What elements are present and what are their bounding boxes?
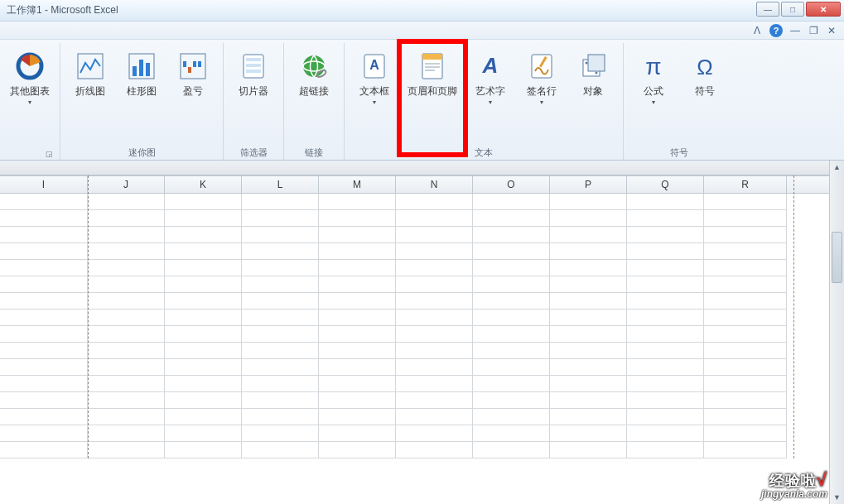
cell[interactable] (319, 326, 396, 343)
cell[interactable] (704, 425, 787, 442)
close-button[interactable]: ✕ (806, 2, 841, 17)
cell[interactable] (396, 392, 473, 409)
cell[interactable] (473, 194, 550, 210)
cell[interactable] (88, 409, 165, 425)
cell[interactable] (550, 243, 627, 260)
cell[interactable] (0, 425, 88, 442)
cell[interactable] (627, 392, 704, 409)
cell[interactable] (550, 210, 627, 227)
cell[interactable] (550, 376, 627, 392)
scroll-up-icon[interactable]: ▲ (830, 161, 844, 174)
cell[interactable] (88, 425, 165, 442)
cell[interactable] (319, 425, 396, 442)
cell[interactable] (0, 276, 88, 293)
cell[interactable] (319, 376, 396, 392)
cell[interactable] (88, 392, 165, 409)
app-restore-icon[interactable]: ❐ (808, 25, 819, 36)
cell[interactable] (242, 326, 319, 343)
cell[interactable] (242, 343, 319, 359)
cell[interactable] (704, 227, 787, 243)
equation-button[interactable]: π公式▾ (629, 46, 678, 145)
cell[interactable] (704, 310, 787, 326)
object-button[interactable]: 对象 (568, 46, 618, 145)
cell[interactable] (88, 442, 165, 458)
cell[interactable] (473, 343, 550, 359)
cell[interactable] (627, 243, 704, 260)
help-icon[interactable]: ? (769, 24, 783, 37)
cell[interactable] (242, 310, 319, 326)
cell[interactable] (88, 227, 165, 243)
cell[interactable] (473, 227, 550, 243)
sparkline-column-button[interactable]: 柱形图 (117, 46, 166, 145)
cell[interactable] (396, 310, 473, 326)
cell[interactable] (704, 276, 787, 293)
cell[interactable] (0, 359, 88, 376)
cell[interactable] (704, 343, 787, 359)
vertical-scrollbar[interactable]: ▲ ▼ (829, 161, 844, 504)
header-footer-button[interactable]: 页眉和页脚 (401, 46, 464, 145)
other-charts-button[interactable]: 其他图表▾ (5, 46, 55, 145)
cell[interactable] (165, 409, 242, 425)
cell[interactable] (396, 343, 473, 359)
cell[interactable] (396, 210, 473, 227)
cell[interactable] (550, 194, 627, 210)
cell[interactable] (704, 293, 787, 310)
cell[interactable] (242, 425, 319, 442)
column-header[interactable]: O (473, 176, 550, 193)
ribbon-caret-icon[interactable]: ᐱ (751, 25, 763, 36)
cell[interactable] (396, 442, 473, 458)
column-header[interactable]: Q (627, 176, 704, 193)
cell[interactable] (242, 243, 319, 260)
maximize-button[interactable]: □ (781, 2, 804, 17)
cell[interactable] (319, 359, 396, 376)
cell[interactable] (242, 392, 319, 409)
cell[interactable] (242, 260, 319, 276)
column-header[interactable]: J (88, 176, 165, 193)
cell[interactable] (88, 343, 165, 359)
cell[interactable] (88, 359, 165, 376)
cell[interactable] (627, 276, 704, 293)
cell[interactable] (319, 194, 396, 210)
column-header[interactable]: I (0, 176, 88, 193)
cell[interactable] (242, 442, 319, 458)
cell[interactable] (319, 442, 396, 458)
cell[interactable] (88, 194, 165, 210)
cell[interactable] (165, 343, 242, 359)
cell[interactable] (319, 392, 396, 409)
cell[interactable] (165, 392, 242, 409)
cell[interactable] (165, 243, 242, 260)
cell[interactable] (0, 409, 88, 425)
cell[interactable] (704, 210, 787, 227)
cell[interactable] (396, 326, 473, 343)
cell[interactable] (0, 376, 88, 392)
signature-button[interactable]: 签名行▾ (517, 46, 567, 145)
cell[interactable] (473, 409, 550, 425)
cell[interactable] (550, 310, 627, 326)
cell[interactable] (550, 425, 627, 442)
cell[interactable] (396, 425, 473, 442)
cell[interactable] (473, 392, 550, 409)
cell[interactable] (165, 359, 242, 376)
cell[interactable] (396, 293, 473, 310)
cell[interactable] (165, 227, 242, 243)
cell[interactable] (550, 392, 627, 409)
cell[interactable] (0, 442, 88, 458)
cell[interactable] (0, 392, 88, 409)
cell[interactable] (319, 310, 396, 326)
cell[interactable] (88, 376, 165, 392)
cell[interactable] (473, 260, 550, 276)
cell[interactable] (704, 392, 787, 409)
column-header[interactable]: N (396, 176, 473, 193)
cell[interactable] (0, 293, 88, 310)
column-header[interactable]: R (704, 176, 787, 193)
cell[interactable] (704, 442, 787, 458)
cell[interactable] (550, 326, 627, 343)
cell[interactable] (319, 409, 396, 425)
textbox-button[interactable]: A文本框▾ (350, 46, 399, 145)
cell[interactable] (473, 359, 550, 376)
hyperlink-button[interactable]: 超链接 (289, 46, 339, 145)
cell[interactable] (704, 359, 787, 376)
cell[interactable] (396, 227, 473, 243)
cell[interactable] (704, 409, 787, 425)
cell[interactable] (242, 276, 319, 293)
